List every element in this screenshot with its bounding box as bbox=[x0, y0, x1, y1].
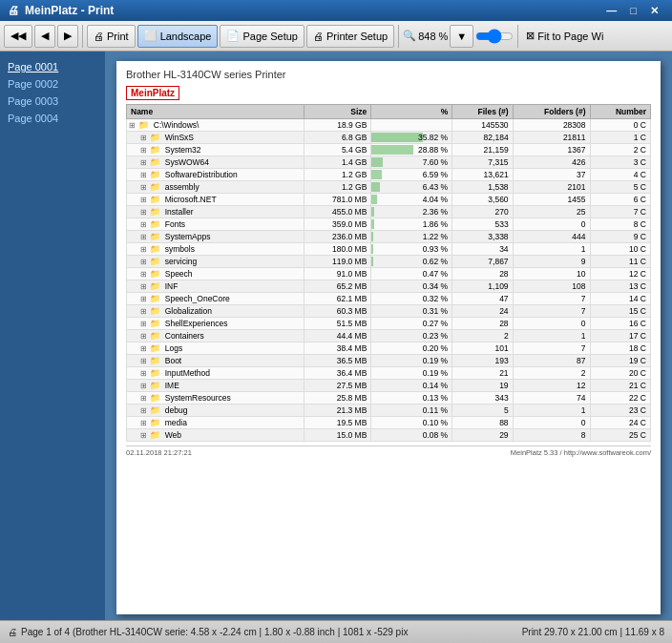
col-folders: Folders (#) bbox=[513, 105, 590, 119]
cell-name: ⊞ 📁 media bbox=[127, 417, 304, 429]
cell-size: 15.0 MB bbox=[304, 429, 371, 442]
cell-size: 6.8 GB bbox=[304, 132, 371, 144]
cell-number: 14 C bbox=[590, 293, 650, 305]
zoom-slider[interactable] bbox=[475, 32, 514, 40]
expand-icon[interactable]: ⊞ bbox=[140, 332, 149, 341]
page-tab-2[interactable]: Page 0002 bbox=[4, 76, 101, 92]
folder-icon: 📁 bbox=[150, 381, 163, 390]
cell-name-text: System32 bbox=[165, 145, 201, 155]
expand-icon[interactable]: ⊞ bbox=[140, 196, 149, 204]
maximize-button[interactable]: □ bbox=[624, 5, 642, 17]
cell-folders: 0 bbox=[513, 218, 590, 231]
expand-icon[interactable]: ⊞ bbox=[140, 245, 149, 254]
cell-files: 7,315 bbox=[452, 156, 513, 169]
status-right: Print 29.70 x 21.00 cm | 11.69 x 8 bbox=[522, 627, 664, 637]
cell-folders: 2101 bbox=[513, 181, 590, 194]
expand-icon[interactable]: ⊞ bbox=[140, 183, 149, 192]
cell-name-text: SysWOW64 bbox=[165, 157, 209, 167]
cell-files: 1,109 bbox=[452, 280, 513, 293]
expand-icon[interactable]: ⊞ bbox=[140, 369, 149, 378]
cell-folders: 426 bbox=[513, 156, 590, 169]
pct-text: 2.36 % bbox=[423, 207, 448, 217]
cell-pct: 0.34 % bbox=[371, 280, 452, 293]
expand-icon[interactable]: ⊞ bbox=[140, 258, 149, 266]
table-row: ⊞ 📁 Installer455.0 MB2.36 %270257 C bbox=[127, 206, 651, 218]
page-prev-button[interactable]: ◀ bbox=[34, 25, 55, 48]
cell-number: 19 C bbox=[590, 355, 650, 367]
cell-folders: 87 bbox=[513, 355, 590, 367]
pct-text: 6.43 % bbox=[423, 182, 448, 192]
expand-icon[interactable]: ⊞ bbox=[140, 146, 149, 155]
cell-pct bbox=[371, 119, 452, 132]
table-row: ⊞ 📁 assembly1.2 GB6.43 %1,53821015 C bbox=[127, 181, 651, 194]
expand-icon[interactable]: ⊞ bbox=[140, 134, 149, 142]
table-row: ⊞ 📁 SysWOW641.4 GB7.60 %7,3154263 C bbox=[127, 156, 651, 169]
pct-text: 0.34 % bbox=[423, 281, 448, 291]
page-tab-1[interactable]: Page 0001 bbox=[4, 59, 101, 74]
cell-name-text: WinSxS bbox=[165, 133, 194, 142]
footer-left: 02.11.2018 21:27:21 bbox=[126, 448, 192, 457]
expand-icon[interactable]: ⊞ bbox=[140, 233, 149, 241]
pct-text: 0.32 % bbox=[423, 294, 448, 303]
folder-icon: 📁 bbox=[150, 294, 163, 303]
pct-text: 7.60 % bbox=[423, 157, 448, 167]
expand-icon[interactable]: ⊞ bbox=[140, 382, 149, 390]
expand-icon[interactable]: ⊞ bbox=[140, 282, 149, 291]
folder-icon: 📁 bbox=[150, 356, 163, 365]
cell-name-text: media bbox=[165, 418, 187, 427]
page-next-button[interactable]: ▶ bbox=[57, 25, 78, 48]
expand-icon[interactable]: ⊞ bbox=[140, 295, 149, 303]
expand-icon[interactable]: ⊞ bbox=[140, 171, 149, 179]
expand-icon[interactable]: ⊞ bbox=[140, 270, 149, 279]
cell-folders: 25 bbox=[513, 206, 590, 218]
cell-pct: 1.86 % bbox=[371, 218, 452, 231]
expand-icon[interactable]: ⊞ bbox=[140, 344, 149, 353]
cell-folders: 1455 bbox=[513, 194, 590, 206]
minimize-button[interactable]: — bbox=[600, 5, 622, 17]
expand-icon[interactable]: ⊞ bbox=[140, 406, 149, 415]
cell-size: 18.9 GB bbox=[304, 119, 371, 132]
expand-icon[interactable]: ⊞ bbox=[140, 208, 149, 217]
cell-files: 2 bbox=[452, 330, 513, 342]
cell-number: 18 C bbox=[590, 342, 650, 355]
page-tab-3[interactable]: Page 0003 bbox=[4, 93, 101, 109]
cell-pct: 0.19 % bbox=[371, 355, 452, 367]
cell-folders: 1 bbox=[513, 330, 590, 342]
page-tab-4[interactable]: Page 0004 bbox=[4, 111, 101, 126]
pct-text: 0.31 % bbox=[423, 306, 448, 316]
cell-files: 28 bbox=[452, 268, 513, 280]
cell-number: 20 C bbox=[590, 367, 650, 380]
zoom-dropdown-button[interactable]: ▼ bbox=[450, 25, 473, 48]
folder-icon: 📁 bbox=[150, 133, 163, 142]
close-button[interactable]: ✕ bbox=[644, 5, 664, 17]
table-row: ⊞ 📁 Speech_OneCore62.1 MB0.32 %47714 C bbox=[127, 293, 651, 305]
cell-pct: 0.10 % bbox=[371, 417, 452, 429]
expand-icon[interactable]: ⊞ bbox=[140, 394, 149, 403]
pct-text: 6.59 % bbox=[423, 170, 448, 179]
cell-folders: 1367 bbox=[513, 144, 590, 156]
expand-icon[interactable]: ⊞ bbox=[140, 220, 149, 229]
pct-text: 0.19 % bbox=[423, 356, 448, 365]
expand-icon[interactable]: ⊞ bbox=[140, 158, 149, 167]
cell-size: 781.0 MB bbox=[304, 194, 371, 206]
print-button[interactable]: 🖨 Print bbox=[87, 25, 136, 48]
toolbar-sep-2 bbox=[398, 25, 399, 48]
expand-icon[interactable]: ⊞ bbox=[129, 121, 137, 130]
cell-number: 9 C bbox=[590, 231, 650, 243]
expand-icon[interactable]: ⊞ bbox=[140, 320, 149, 328]
cell-name-text: Globalization bbox=[165, 306, 212, 316]
expand-icon[interactable]: ⊞ bbox=[140, 431, 149, 440]
printer-setup-icon: 🖨 bbox=[313, 31, 324, 42]
cell-pct: 0.11 % bbox=[371, 404, 452, 417]
folder-icon: 📁 bbox=[150, 405, 163, 415]
expand-icon[interactable]: ⊞ bbox=[140, 419, 149, 427]
expand-icon[interactable]: ⊞ bbox=[140, 307, 149, 316]
landscape-button[interactable]: ⬜ Landscape bbox=[137, 25, 219, 48]
page-first-button[interactable]: ◀◀ bbox=[4, 25, 32, 48]
cell-pct: 28.88 % bbox=[371, 144, 452, 156]
cell-number: 15 C bbox=[590, 305, 650, 318]
printer-setup-button[interactable]: 🖨 Printer Setup bbox=[306, 25, 394, 48]
expand-icon[interactable]: ⊞ bbox=[140, 357, 149, 365]
page-setup-button[interactable]: 📄 Page Setup bbox=[220, 25, 304, 48]
fit-to-page-button[interactable]: ⊠ Fit to Page Wi bbox=[522, 28, 607, 44]
